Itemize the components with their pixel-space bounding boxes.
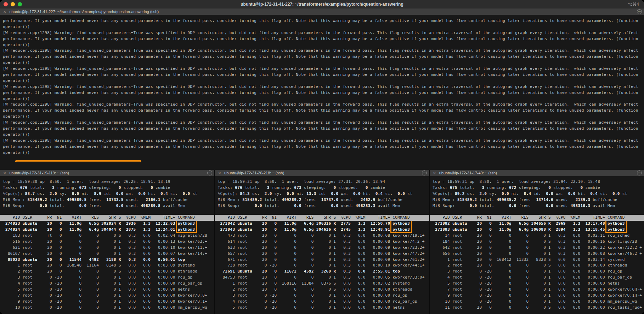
process-row: 273843 ubuntu 20 0 11.0g 6.5g 304636 R 2… bbox=[215, 227, 429, 233]
top-summary-line: Tasks: 675 total, 3 running, 672 sleepin… bbox=[430, 185, 644, 191]
terminal-line: operator()) bbox=[0, 114, 644, 120]
terminal-line: operator()) bbox=[0, 24, 644, 30]
close-icon[interactable]: ✕ bbox=[430, 171, 439, 175]
process-row: 1 root 20 0 168412 11332 8328 S 0.0 0.0 … bbox=[430, 257, 644, 263]
training-terminal-pane[interactable]: performance. If your model indeed never … bbox=[0, 15, 644, 170]
process-row: 2 root 20 0 0 0 0 S 0.0 0.0 0:00.00 kthr… bbox=[0, 269, 214, 275]
process-row: 656 root 20 0 0 0 0 I 0.3 0.0 0:00.08 kw… bbox=[430, 251, 644, 257]
terminal-line: operator()) bbox=[0, 78, 644, 84]
process-row: 621 root 20 0 0 0 0 I 0.3 0.0 0:00.10 kw… bbox=[0, 245, 214, 251]
ellipsis-menu-icon[interactable]: ⋯ bbox=[422, 170, 427, 175]
terminal-line: performance. If your model indeed never … bbox=[0, 90, 644, 96]
top-summary-line: MiB Mem : 515489.2 total, 499589.5 free,… bbox=[0, 197, 214, 203]
top-output[interactable]: top - 18:59:30 up 8:50, 1 user, load ave… bbox=[0, 176, 214, 314]
top-summary-line: %Cpu(s): 84.3 us, 2.0 sy, 0.0 ni, 13.3 i… bbox=[215, 191, 429, 197]
highlighted-command: python3 bbox=[608, 221, 625, 226]
process-row: 516 root 20 0 0 0 0 I 0.3 0.0 0:00.13 kw… bbox=[0, 239, 214, 245]
ellipsis-menu-icon[interactable]: ⋯ bbox=[637, 170, 642, 175]
process-row: 10 root 0 -20 0 0 0 I 0.0 0.0 0:00.00 mm… bbox=[0, 305, 214, 311]
process-row: 273842 ubuntu 20 0 11.0g 6.4g 306316 R 2… bbox=[215, 221, 429, 227]
process-row: 3 root 0 -20 0 0 0 I 0.0 0.0 0:00.00 rcu… bbox=[430, 269, 644, 275]
process-row: 2 root 20 0 0 0 0 S 0.0 0.0 0:00.00 kthr… bbox=[430, 263, 644, 269]
terminal-line: performance. If your model indeed never … bbox=[0, 108, 644, 114]
highlighted-command: python3 bbox=[178, 221, 195, 226]
close-icon[interactable]: ✕ bbox=[0, 10, 9, 14]
process-row: 88023 ubuntu 20 0 11544 4492 3188 R 0.3 … bbox=[0, 257, 214, 263]
process-row: 14 root 20 0 0 0 0 I 0.3 0.0 0:02.11 rcu… bbox=[430, 233, 644, 239]
top-summary-line: MiB Mem : 515489.2 total, 499289.2 free,… bbox=[215, 197, 429, 203]
process-row: 273883 ubuntu 20 0 11.0g 6.4g 306088 R 2… bbox=[430, 227, 644, 233]
pane-host-20-218: ✕ ubuntu@ip-172-31-20-218: ~ (ssh) ⋯ top… bbox=[215, 170, 429, 314]
process-row: 1 root 20 0 168548 11164 8148 S 0.0 0.0 … bbox=[0, 263, 214, 269]
pane-tab-label: ubuntu@ip-172-31-17-49: ~ (ssh) bbox=[439, 171, 637, 175]
process-table-header: PID USER PR NI VIRT RES SHR S %CPU %MEM … bbox=[0, 215, 214, 221]
process-table-header: PID USER PR NI VIRT RES SHR S %CPU %MEM … bbox=[215, 215, 429, 221]
terminal-line: performance. If your model indeed never … bbox=[0, 18, 644, 24]
process-row: 10 root 0 -20 0 0 0 I 0.0 0.0 0:00.00 mm… bbox=[430, 299, 644, 305]
process-row: 274823 ubuntu 20 0 11.0g 6.5g 302824 R 2… bbox=[0, 221, 214, 227]
tab-shortcut-hint: ⌥⌘4 bbox=[627, 0, 639, 9]
ddp-warning-log: performance. If your model indeed never … bbox=[0, 15, 644, 156]
top-summary-line: top - 18:59:31 up 8:50, 1 user, load ave… bbox=[430, 179, 644, 185]
pane-host-17-49: ✕ ubuntu@ip-172-31-17-49: ~ (ssh) ⋯ top … bbox=[430, 170, 644, 314]
process-row: 7 root 0 -20 0 0 0 I 0.0 0.0 0:00.00 kwo… bbox=[0, 293, 214, 299]
process-row: 2 root 20 0 0 0 0 S 0.0 0.0 0:00.00 kthr… bbox=[215, 287, 429, 293]
terminal-line: [W reducer.cpp:1298] Warning: find_unuse… bbox=[0, 102, 644, 108]
terminal-line: operator()) bbox=[0, 60, 644, 66]
process-row: 84753 root 20 0 0 0 0 I 0.3 0.0 0:00.05 … bbox=[215, 275, 429, 281]
pane-tab[interactable]: ✕ ubuntu@ip-172-31-20-218: ~ (ssh) ⋯ bbox=[215, 170, 429, 176]
process-row: 5 root 0 -20 0 0 0 I 0.0 0.0 0:00.00 net… bbox=[0, 287, 214, 293]
terminal-line: operator()) bbox=[0, 96, 644, 102]
ellipsis-menu-icon[interactable]: ⋯ bbox=[637, 9, 642, 14]
top-output[interactable]: top - 18:59:31 up 8:50, 1 user, load ave… bbox=[430, 176, 644, 314]
main-session-tab[interactable]: ✕ ubuntu@ip-172-31-41-227: ~/transformer… bbox=[0, 9, 644, 15]
close-icon[interactable]: ✕ bbox=[215, 171, 224, 175]
process-row: 671 root 20 0 0 0 0 I 0.3 0.0 0:00.09 kw… bbox=[215, 257, 429, 263]
process-row: 273882 ubuntu 20 0 11.0g 6.5g 304656 R 2… bbox=[430, 221, 644, 227]
blank-line bbox=[430, 209, 644, 215]
pane-tab-label: ubuntu@ip-172-31-19-119: ~ (ssh) bbox=[9, 171, 207, 175]
highlighted-command: python3 bbox=[178, 227, 195, 232]
process-row: 72691 ubuntu 20 0 11672 4592 3268 R 0.3 … bbox=[215, 269, 429, 275]
terminal-line: performance. If your model indeed never … bbox=[0, 54, 644, 60]
process-row: 86107 root 20 0 0 0 0 I 0.3 0.0 0:00.07 … bbox=[0, 251, 214, 257]
highlighted-command: python3 bbox=[392, 221, 410, 226]
process-row: 738 root 0 -20 0 0 0 I 0.3 0.0 0:00.10 k… bbox=[215, 263, 429, 269]
process-row: 5 root 0 -20 0 0 0 I 0.0 0.0 0:00.00 net… bbox=[430, 281, 644, 287]
ellipsis-menu-icon[interactable]: ⋯ bbox=[207, 170, 212, 175]
process-row: 633 root 20 0 0 0 0 I 0.3 0.0 0:00.09 kw… bbox=[215, 245, 429, 251]
monitor-panes-row: ✕ ubuntu@ip-172-31-19-119: ~ (ssh) ⋯ top… bbox=[0, 170, 644, 314]
blank-line bbox=[215, 209, 429, 215]
process-row: 9 root 0 -20 0 0 0 I 0.0 0.0 0:00.00 kwo… bbox=[430, 293, 644, 299]
top-output[interactable]: top - 18:59:31 up 8:50, 1 user, load ave… bbox=[215, 176, 429, 314]
pane-tab[interactable]: ✕ ubuntu@ip-172-31-19-119: ~ (ssh) ⋯ bbox=[0, 170, 214, 176]
process-row: 4 root 0 -20 0 0 0 I 0.0 0.0 0:00.00 rcu… bbox=[430, 275, 644, 281]
pane-tab-label: ubuntu@ip-172-31-20-218: ~ (ssh) bbox=[224, 171, 422, 175]
process-row: 274824 ubuntu 20 0 11.0g 6.4g 304044 R 2… bbox=[0, 227, 214, 233]
pane-tab[interactable]: ✕ ubuntu@ip-172-31-17-49: ~ (ssh) ⋯ bbox=[430, 170, 644, 176]
pane-host-19-119: ✕ ubuntu@ip-172-31-19-119: ~ (ssh) ⋯ top… bbox=[0, 170, 214, 314]
process-row: 9 root 0 -20 0 0 0 I 0.0 0.0 0:00.00 kwo… bbox=[0, 299, 214, 305]
terminal-line: performance. If your model indeed never … bbox=[0, 144, 644, 150]
top-summary-line: %Cpu(s): 88.7 us, 2.0 sy, 0.0 ni, 8.9 id… bbox=[0, 191, 214, 197]
terminal-line: operator()) bbox=[0, 42, 644, 48]
window-titlebar[interactable]: ubuntu@ip-172-31-41-227: ~/transformers/… bbox=[0, 0, 644, 9]
close-icon[interactable]: ✕ bbox=[0, 171, 9, 175]
process-row: 7 root 0 -20 0 0 0 I 0.0 0.0 0:00.00 kwo… bbox=[430, 287, 644, 293]
terminal-line: performance. If your model indeed never … bbox=[0, 72, 644, 78]
top-summary-line: top - 18:59:31 up 8:50, 1 user, load ave… bbox=[215, 179, 429, 185]
terminal-line: [W reducer.cpp:1298] Warning: find_unuse… bbox=[0, 30, 644, 36]
process-table-header: PID USER PR NI VIRT RES SHR S %CPU %MEM … bbox=[430, 215, 644, 221]
terminal-line: [W reducer.cpp:1298] Warning: find_unuse… bbox=[0, 138, 644, 144]
top-summary-line: %Cpu(s): 89.2 us, 2.0 sy, 0.0 ni, 8.4 id… bbox=[430, 191, 644, 197]
top-summary-line: MiB Swap: 0.0 total, 0.0 free, 0.0 used.… bbox=[0, 203, 214, 209]
process-row: 614 root 20 0 0 0 0 I 0.3 0.0 0:00.08 kw… bbox=[215, 239, 429, 245]
process-row: 642 root 20 0 0 0 0 I 0.3 0.0 0:00.22 kw… bbox=[430, 245, 644, 251]
window-title: ubuntu@ip-172-31-41-227: ~/transformers/… bbox=[0, 0, 644, 9]
top-summary-line: MiB Swap: 0.0 total, 0.0 free, 0.0 used.… bbox=[215, 203, 429, 209]
top-summary-line: Tasks: 676 total, 3 running, 673 sleepin… bbox=[215, 185, 429, 191]
process-row: 473 root 20 0 0 0 0 I 0.3 0.0 0:00.08 kw… bbox=[215, 233, 429, 239]
terminal-window: ubuntu@ip-172-31-41-227: ~/transformers/… bbox=[0, 0, 644, 314]
process-row: 11 root 20 0 0 0 0 S 0.0 0.0 0:00.00 rcu… bbox=[430, 305, 644, 311]
top-summary-line: top - 18:59:30 up 8:50, 1 user, load ave… bbox=[0, 179, 214, 185]
